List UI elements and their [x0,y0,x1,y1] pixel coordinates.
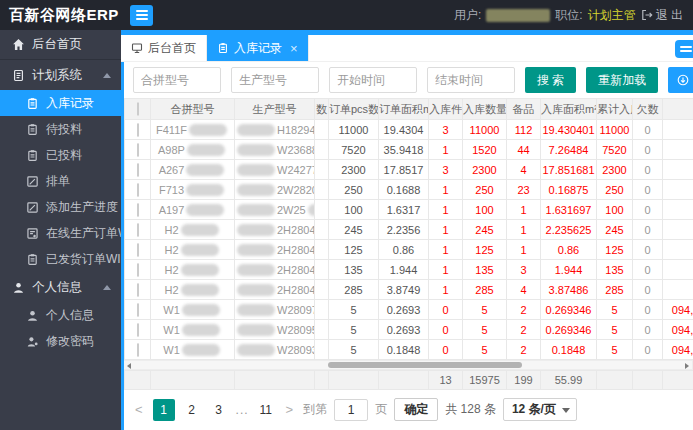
row-checkbox[interactable] [137,343,139,357]
next-page-button[interactable]: > [283,402,297,417]
sidebar-item-scheduling[interactable]: 排单 [0,168,121,194]
per-page-select[interactable]: 12 条/页 [503,398,577,421]
table-row[interactable]: W1W28095A50.26930520.26934650094, [125,320,693,340]
production-model-cell: 2W28204A [235,180,315,200]
scroll-right-arrow-icon[interactable] [685,363,689,369]
summary-table: 131597519955.99 [124,370,693,390]
end-time-input[interactable] [427,67,515,93]
table-row[interactable]: H22H28043A1351.944113531.9441350 [125,260,693,280]
sidebar-item-home[interactable]: 后台首页 [0,30,121,60]
row-checkbox[interactable] [137,223,139,237]
merge-model-cell: F411F [151,120,235,140]
row-checkbox[interactable] [137,243,139,257]
row-checkbox[interactable] [137,283,139,297]
row-checkbox[interactable] [137,303,139,317]
merge-model-cell: W1 [151,340,235,360]
row-checkbox[interactable] [137,123,139,137]
column-header: 入库件数 [429,99,463,120]
prev-page-button[interactable]: < [132,402,146,417]
sidebar-item-label: 计划系统 [32,67,82,84]
table-row[interactable]: F411FH18294A1100019.430431100011219.4304… [125,120,693,140]
page-button-3[interactable]: 3 [209,399,229,421]
main-area: 后台首页 入库记录 × 搜 索 重新加载 [121,30,693,430]
value-cell: 125 [463,240,507,260]
sidebar-item-label: 排单 [46,173,70,190]
table-row[interactable]: F7132W28204A2500.16881250230.168752500 [125,180,693,200]
production-model-cell: 2H28043A [235,260,315,280]
sidebar-item-label: 修改密码 [46,333,94,350]
row-checkbox[interactable] [137,323,139,337]
merge-model-cell: H2 [151,260,235,280]
row-checkbox[interactable] [137,183,139,197]
production-model-cell: 2H28042A [235,280,315,300]
column-header: 入库面积m² [541,99,597,120]
value-cell: 4 [507,280,541,300]
value-cell [663,200,693,220]
row-checkbox[interactable] [137,203,139,217]
sidebar-item-add-production-progress[interactable]: 添加生产进度 [0,194,121,220]
column-header: 备品 [507,99,541,120]
value-cell: 250 [463,180,507,200]
redacted-text [237,184,275,196]
reload-button[interactable]: 重新加载 [586,67,658,93]
narrow-cell [315,220,329,240]
sidebar-item-profile[interactable]: 个人信息 [0,302,121,328]
row-checkbox[interactable] [137,143,139,157]
goto-page-input[interactable] [334,399,368,421]
table-row[interactable]: A1972W25A1001.6317110011.6316971000 [125,200,693,220]
table-row[interactable]: W1W28093A50.18480520.184850094, [125,340,693,360]
table-row[interactable]: H22H28041A2452.2356124512.2356252450 [125,220,693,240]
page-button-11[interactable]: 11 [256,399,276,421]
sidebar-item-pending-feed[interactable]: 待投料 [0,116,121,142]
value-cell: 3.87486 [541,280,597,300]
value-cell: 3.8749 [379,280,429,300]
menu-toggle-button[interactable] [130,5,153,26]
sidebar-item-fed-material[interactable]: 已投料 [0,142,121,168]
confirm-button[interactable]: 确定 [394,398,438,421]
production-model-cell: W23688A [235,140,315,160]
row-checkbox[interactable] [137,163,139,177]
value-cell: 2300 [329,160,379,180]
tab-inbound-records[interactable]: 入库记录 × [207,35,309,61]
production-model-input[interactable] [231,67,319,93]
sidebar-item-shipped-order-wip[interactable]: 已发货订单WIP [0,246,121,272]
value-cell: 285 [329,280,379,300]
logout-button[interactable]: 退 出 [641,7,683,24]
summary-cell: 13 [429,371,463,390]
merge-model-cell: F713 [151,180,235,200]
value-cell: 3 [429,160,463,180]
select-all-checkbox[interactable] [137,102,139,116]
redacted-text [182,344,220,356]
production-model-cell: 2H28041A [235,220,315,240]
tab-home[interactable]: 后台首页 [121,35,207,61]
page-button-2[interactable]: 2 [182,399,202,421]
sidebar-item-online-order-wip[interactable]: 在线生产订单WIP [0,220,121,246]
search-button[interactable]: 搜 索 [525,67,576,93]
sidebar-item-inbound-records[interactable]: 入库记录 [0,90,121,116]
production-model-cell: W24277A [235,160,315,180]
collapse-arrow-icon [103,285,111,290]
start-time-input[interactable] [329,67,417,93]
value-cell [663,160,693,180]
table-row[interactable]: W1W28097A50.26930520.26934650094, [125,300,693,320]
tab-tools-button[interactable] [675,40,693,58]
table-row[interactable]: H22H28040A1250.86112510.861250 [125,240,693,260]
sidebar-item-personal-info[interactable]: 个人信息 [0,272,121,302]
narrow-cell [315,180,329,200]
table-row[interactable]: H22H28042A2853.8749128543.874862850 [125,280,693,300]
scroll-left-arrow-icon[interactable] [127,363,131,369]
scrollbar-thumb[interactable] [328,362,521,368]
row-checkbox[interactable] [137,263,139,277]
value-cell: 285 [597,280,633,300]
page-button-1[interactable]: 1 [153,399,175,421]
close-icon[interactable]: × [290,42,298,55]
sidebar-item-change-password[interactable]: 修改密码 [0,328,121,354]
export-button[interactable]: 导出入库记录 [668,67,693,93]
table-row[interactable]: A267W24277A230017.851732300417.851681230… [125,160,693,180]
sidebar-item-plan-system[interactable]: 计划系统 [0,60,121,90]
page-ellipsis: ... [236,403,249,417]
sidebar-item-label: 入库记录 [46,95,94,112]
monitor-icon [131,42,143,54]
table-row[interactable]: A98PW23688A752035.941811520447.264847520… [125,140,693,160]
merge-model-input[interactable] [133,67,221,93]
